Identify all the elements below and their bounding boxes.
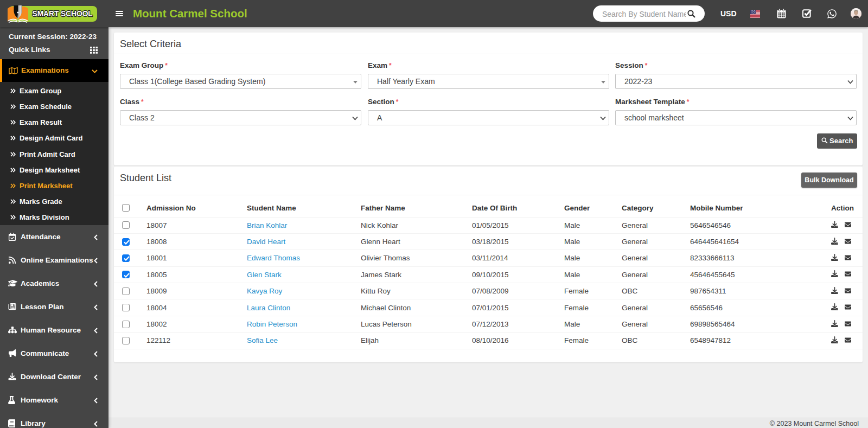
svg-text:SMART SCHOOL: SMART SCHOOL	[33, 9, 93, 18]
